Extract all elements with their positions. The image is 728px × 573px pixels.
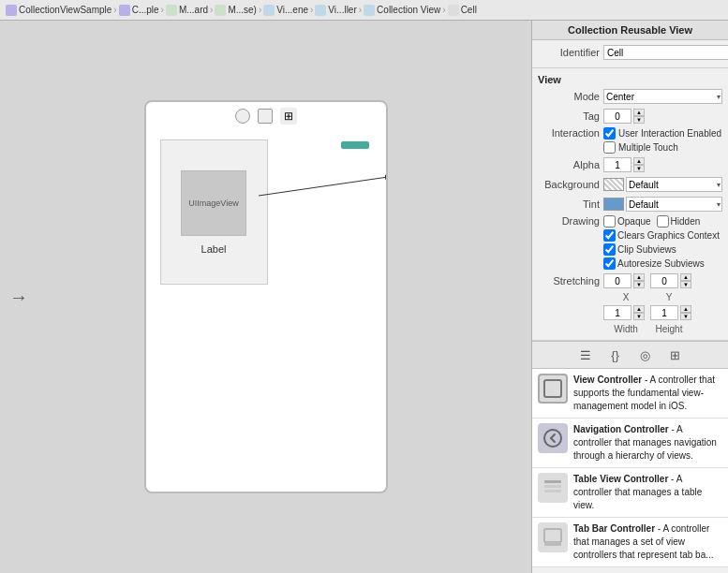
user-interaction-row: User Interaction Enabled xyxy=(603,127,721,140)
alpha-input[interactable] xyxy=(603,157,631,172)
list-item[interactable]: Navigation Controller - A controller tha… xyxy=(532,419,728,468)
breadcrumb-label-4: Vi...ene xyxy=(276,5,308,15)
autoresize-checkbox[interactable] xyxy=(603,257,616,270)
tag-increment-button[interactable]: ▲ xyxy=(633,109,645,116)
breadcrumb-item-5[interactable]: Vi...ller xyxy=(315,5,356,16)
stretching-section: Stretching ▲ ▼ ▲ ▼ xyxy=(538,272,722,334)
autoresize-row: Autoresize Subviews xyxy=(603,257,720,270)
stretch-x-down[interactable]: ▼ xyxy=(633,281,645,288)
interaction-checkboxes: User Interaction Enabled Multiple Touch xyxy=(603,127,721,154)
interaction-label: Interaction xyxy=(538,127,603,139)
stretch-y-stepper: ▲ ▼ xyxy=(650,273,691,288)
breadcrumb-item-7[interactable]: Cell xyxy=(448,5,477,16)
stretch-w-input[interactable] xyxy=(603,305,631,320)
iphone-frame: ⊞ UIImageView Label xyxy=(144,100,388,493)
table-controller-text: Table View Controller - A controller tha… xyxy=(573,473,722,512)
view-icon-5 xyxy=(315,5,326,16)
stretch-y-down[interactable]: ▼ xyxy=(680,281,691,288)
stretch-y-up[interactable]: ▲ xyxy=(680,273,691,281)
stretch-y-input[interactable] xyxy=(650,273,678,288)
mode-select[interactable]: Center xyxy=(603,89,722,104)
grid-tab[interactable]: ⊞ xyxy=(666,345,685,364)
drawing-label: Drawing xyxy=(538,215,603,227)
breadcrumb-label-1: C...ple xyxy=(132,5,159,15)
circle-tab[interactable]: ◎ xyxy=(636,345,655,364)
breadcrumb-item-3[interactable]: M...se) xyxy=(215,5,257,16)
tag-row: Tag ▲ ▼ xyxy=(538,108,722,125)
breadcrumb-sep-1: › xyxy=(161,5,164,15)
stretch-h-input[interactable] xyxy=(650,305,678,320)
drawing-row: Drawing Opaque Hidden C xyxy=(538,215,722,270)
stretch-h-stepper: ▲ ▼ xyxy=(650,305,691,320)
opaque-checkbox-group: Opaque xyxy=(603,215,651,228)
stretch-x-up[interactable]: ▲ xyxy=(633,273,645,281)
folder-icon-1 xyxy=(119,5,130,16)
tint-swatch[interactable] xyxy=(603,198,624,211)
stretch-w-up[interactable]: ▲ xyxy=(633,305,645,313)
tabbar-controller-icon xyxy=(538,522,568,552)
folder-icon xyxy=(6,5,17,16)
code-tab[interactable]: {} xyxy=(606,345,625,364)
stretch-w-down[interactable]: ▼ xyxy=(633,313,645,320)
stretching-xy-row: Stretching ▲ ▼ ▲ ▼ xyxy=(538,272,722,289)
table-controller-title: Table View Controller xyxy=(573,474,668,484)
tint-select[interactable]: Default xyxy=(626,197,722,212)
multiple-touch-checkbox[interactable] xyxy=(603,141,616,154)
breadcrumb-item-1[interactable]: C...ple xyxy=(119,5,159,16)
height-axis-label: Height xyxy=(650,324,688,334)
width-axis-label: Width xyxy=(607,324,645,334)
stretch-w-btns: ▲ ▼ xyxy=(633,305,645,320)
table-controller-icon xyxy=(538,473,568,503)
background-select[interactable]: Default xyxy=(626,177,722,192)
toolbar-icon-2 xyxy=(258,109,273,124)
opaque-checkbox[interactable] xyxy=(603,215,616,228)
cell-icon-7 xyxy=(448,5,459,16)
stretching-wh-row: ▲ ▼ ▲ ▼ xyxy=(538,304,722,321)
multiple-touch-label: Multiple Touch xyxy=(618,142,678,153)
breadcrumb-label-3: M...se) xyxy=(228,5,257,15)
tag-decrement-button[interactable]: ▼ xyxy=(633,116,645,124)
tag-stepper: ▲ ▼ xyxy=(603,109,645,124)
opaque-label: Opaque xyxy=(617,216,651,227)
canvas-area: → ⊞ UIImageView Label xyxy=(0,21,531,573)
tint-row: Tint Default ▾ xyxy=(538,196,722,213)
stretch-h-down[interactable]: ▼ xyxy=(680,313,691,320)
stretch-x-stepper: ▲ ▼ xyxy=(603,273,645,288)
inspector-header: Collection Reusable View xyxy=(532,21,728,40)
file-tab[interactable]: ☰ xyxy=(576,345,595,364)
hidden-checkbox[interactable] xyxy=(657,215,669,228)
stretch-h-up[interactable]: ▲ xyxy=(680,305,691,313)
breadcrumb-bar: CollectionViewSample › C...ple › M...ard… xyxy=(0,0,728,21)
objects-panel: View Controller - A controller that supp… xyxy=(532,369,728,573)
background-swatch[interactable] xyxy=(603,178,624,191)
view-icon-6 xyxy=(364,5,375,16)
view-section: View Mode Center ▾ Tag ▲ ▼ xyxy=(532,68,728,341)
tag-stepper-btns: ▲ ▼ xyxy=(633,109,645,124)
inspector-icon-tabs: ☰ {} ◎ ⊞ xyxy=(532,341,728,369)
list-item[interactable]: View Controller - A controller that supp… xyxy=(532,369,728,419)
list-item[interactable]: Tab Bar Controller - A controller that m… xyxy=(532,518,728,567)
breadcrumb-item-4[interactable]: Vi...ene xyxy=(263,5,308,16)
list-item[interactable]: Table View Controller - A controller tha… xyxy=(532,468,728,518)
stretching-label: Stretching xyxy=(538,275,603,286)
breadcrumb-item-2[interactable]: M...ard xyxy=(166,5,208,16)
breadcrumb-item-0[interactable]: CollectionViewSample xyxy=(6,5,111,16)
svg-rect-4 xyxy=(544,485,561,488)
multiple-touch-row: Multiple Touch xyxy=(603,141,721,154)
identifier-input[interactable] xyxy=(603,45,728,60)
x-axis-label: X xyxy=(607,292,645,302)
view-controller-icon xyxy=(538,374,568,404)
alpha-increment-button[interactable]: ▲ xyxy=(633,157,645,165)
svg-line-0 xyxy=(259,177,386,196)
breadcrumb-item-6[interactable]: Collection View xyxy=(364,5,440,16)
stretch-x-input[interactable] xyxy=(603,273,631,288)
cell-image-view: UIImageView xyxy=(181,170,246,236)
user-interaction-checkbox[interactable] xyxy=(603,127,616,140)
tag-input[interactable] xyxy=(603,109,631,124)
collection-cell[interactable]: UIImageView Label xyxy=(160,140,268,285)
clears-graphics-label: Clears Graphics Context xyxy=(617,230,720,241)
clears-graphics-checkbox[interactable] xyxy=(603,229,616,242)
identifier-row: Identifier xyxy=(538,44,722,61)
clip-subviews-checkbox[interactable] xyxy=(603,243,616,256)
alpha-decrement-button[interactable]: ▼ xyxy=(633,165,645,172)
